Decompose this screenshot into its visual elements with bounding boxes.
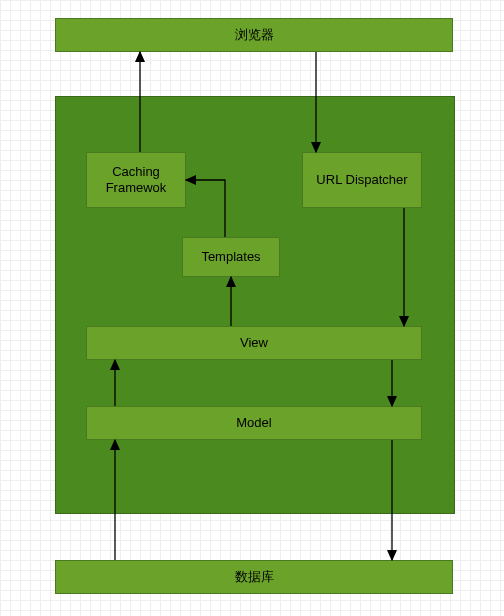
arrow-templates-to-caching xyxy=(186,180,225,237)
arrows-layer xyxy=(0,0,504,616)
